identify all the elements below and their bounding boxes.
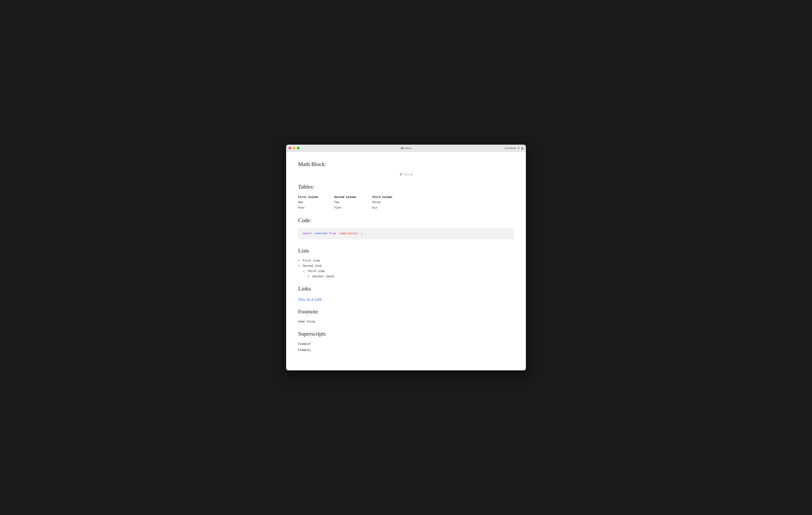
footnote-text: Some thing (298, 320, 514, 324)
cell-1-2: Two (334, 200, 372, 205)
lists-section: Lists • First item • Second item ○ Third… (298, 246, 514, 279)
superscript-1: 1 (310, 342, 311, 344)
title-bar: ⌨ demo 122 Words ☰ ▦ (286, 145, 526, 152)
word-count: 122 Words (504, 147, 516, 150)
list-item-text-3: Third item (308, 269, 324, 273)
subscript-2: 2 (310, 350, 311, 352)
content-link[interactable]: This is a link (298, 298, 322, 301)
traffic-lights (289, 147, 299, 149)
list-item: ○ Third item (303, 269, 514, 273)
data-table: First Column Second Column Third Column … (298, 194, 408, 210)
code-function-name: someCode (314, 232, 329, 235)
mac-window: ⌨ demo 122 Words ☰ ▦ Math Block: X2 + 1 … (286, 145, 526, 370)
col-header-3: Third Column (372, 194, 408, 200)
cell-2-1: Four (298, 205, 334, 210)
links-heading: Links (298, 284, 514, 293)
list-item-text-1: First item (303, 259, 320, 263)
list-item-text-2: Second item (303, 264, 321, 268)
cell-1-1: One (298, 200, 334, 205)
code-semicolon: ; (361, 232, 362, 235)
math-block-section: Math Block: X2 + 1 = 1 (298, 160, 514, 177)
tables-heading: Tables: (298, 182, 514, 191)
bullet-1: • (298, 259, 301, 263)
document-icon: ⌨ (401, 147, 404, 150)
subscript-example-2: Example2 (298, 348, 514, 353)
footnote-heading: Footnote (298, 307, 514, 316)
close-button[interactable] (289, 147, 291, 149)
list-container: • First item • Second item ○ Third item … (298, 259, 514, 279)
code-string: 'someLibrary' (338, 232, 359, 235)
superscripts-heading: Superscripts (298, 329, 514, 338)
window-title: demo (405, 147, 412, 150)
list-item-text-4: Another level (313, 274, 334, 279)
content-area: Math Block: X2 + 1 = 1 Tables: First Col… (286, 152, 526, 370)
table-row: Four Five Six (298, 205, 408, 210)
list-item: ▪ Another level (308, 274, 514, 279)
code-section: Code: import someCode from 'someLibrary'… (298, 216, 514, 239)
superscript-example-1: Example1 (298, 342, 514, 346)
math-block-heading: Math Block: (298, 160, 514, 169)
links-section: Links This is a link (298, 284, 514, 301)
list-item: • First item (298, 259, 514, 263)
table-header-row: First Column Second Column Third Column (298, 194, 408, 200)
bullet-2: • (298, 264, 301, 268)
title-bar-center: ⌨ demo (401, 147, 412, 150)
code-block: import someCode from 'someLibrary' ; (298, 228, 514, 239)
cell-2-2: Five (334, 205, 372, 210)
cell-2-3: Six (372, 205, 408, 210)
list-item: • Second item (298, 264, 514, 268)
list-icon[interactable]: ☰ (518, 147, 520, 150)
bullet-4: ▪ (308, 274, 311, 279)
code-keyword-import: import (302, 232, 312, 235)
tables-section: Tables: First Column Second Column Third… (298, 182, 514, 210)
maximize-button[interactable] (297, 147, 299, 149)
table-row: One Two Three (298, 200, 408, 205)
footnote-section: Footnote Some thing (298, 307, 514, 324)
minimize-button[interactable] (293, 147, 295, 149)
col-header-2: Second Column (334, 194, 372, 200)
col-header-1: First Column (298, 194, 334, 200)
title-bar-right: 122 Words ☰ ▦ (504, 147, 523, 150)
code-heading: Code: (298, 216, 514, 225)
code-keyword-from: from (329, 232, 336, 235)
superscripts-section: Superscripts Example1 Example2 (298, 329, 514, 353)
cell-1-3: Three (372, 200, 408, 205)
grid-icon[interactable]: ▦ (521, 147, 523, 150)
bullet-3: ○ (303, 269, 306, 273)
math-formula: X2 + 1 = 1 (298, 172, 514, 177)
lists-heading: Lists (298, 246, 514, 255)
